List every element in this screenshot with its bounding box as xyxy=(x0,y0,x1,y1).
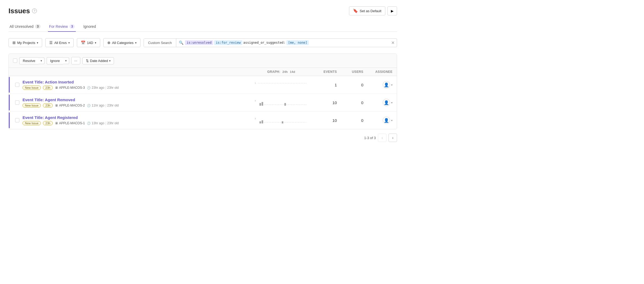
users-value: 0 xyxy=(337,83,363,87)
ignore-arrow[interactable]: ▾ xyxy=(63,57,69,64)
resolve-button[interactable]: Resolve xyxy=(19,57,38,64)
bookmark-icon: 🔖 xyxy=(353,8,358,13)
set-default-label: Set as Default xyxy=(360,9,381,13)
table-row[interactable]: Event Title: Action Inserted New Issue 2… xyxy=(9,76,397,94)
tab-all-unresolved-badge: 3 xyxy=(35,24,41,29)
search-icon: 🔍 xyxy=(179,41,183,45)
graph-cell: 4 xyxy=(252,98,310,107)
table-row[interactable]: Event Title: Agent Removed New Issue 23h… xyxy=(9,94,397,112)
more-options-button[interactable]: ··· xyxy=(71,57,80,64)
clock-icon: 🕐 xyxy=(87,86,91,90)
token-is-for-review: is:for_review xyxy=(214,40,242,45)
tab-all-unresolved[interactable]: All Unresolved 3 xyxy=(8,22,42,32)
events-value: 10 xyxy=(310,118,337,123)
platform-label: 🖥 APPLE-MACOS-3 xyxy=(55,86,85,90)
search-input-area[interactable]: 🔍 is:unresolved is:for_review assigned_o… xyxy=(176,39,389,47)
filter-my-projects[interactable]: ⊞ My Projects ▾ xyxy=(8,38,42,47)
tab-for-review-label: For Review xyxy=(49,24,68,29)
issue-title[interactable]: Event Title: Agent Registered xyxy=(23,115,252,120)
layers-icon: ⊗ xyxy=(107,41,111,45)
svg-rect-12 xyxy=(282,121,283,123)
env-icon: ☰ xyxy=(49,41,53,45)
events-value: 10 xyxy=(310,100,337,105)
assignee-chevron-icon[interactable]: ▾ xyxy=(391,101,392,104)
resolve-arrow[interactable]: ▾ xyxy=(38,57,45,64)
filter-all-envs[interactable]: ☰ All Envs ▾ xyxy=(45,38,74,47)
tab-for-review[interactable]: For Review 3 xyxy=(48,22,76,32)
svg-rect-3 xyxy=(259,103,261,106)
svg-rect-6 xyxy=(284,103,286,106)
help-icon[interactable]: ? xyxy=(32,8,37,13)
time-badge: 23h xyxy=(43,121,52,125)
play-button[interactable]: ▶ xyxy=(387,6,397,15)
tab-ignored[interactable]: Ignored xyxy=(82,22,97,32)
graph-cell: 3 xyxy=(252,116,310,125)
token-assigned-text: assigned_or_suggested: xyxy=(243,41,285,45)
filter-14d[interactable]: 📅 14D ▾ xyxy=(77,38,100,47)
custom-search-container: Custom Search 🔍 is:unresolved is:for_rev… xyxy=(144,38,397,47)
graph-cell: 1 xyxy=(252,81,310,89)
assignee-cell: 👤 ▾ xyxy=(363,81,392,88)
clear-search-button[interactable]: ✕ xyxy=(389,39,397,47)
assignee-chevron-icon[interactable]: ▾ xyxy=(391,83,392,86)
time-badge: 23h xyxy=(43,86,52,90)
select-all-checkbox[interactable] xyxy=(13,59,17,63)
set-default-button[interactable]: 🔖 Set as Default xyxy=(349,6,385,15)
clock-icon: 🕐 xyxy=(87,122,91,125)
clock-icon: 🕐 xyxy=(87,104,91,107)
row-indicator xyxy=(9,95,10,110)
row-checkbox[interactable] xyxy=(15,118,19,122)
users-value: 0 xyxy=(337,100,363,105)
sort-icon: ⇅ xyxy=(86,59,89,63)
table-row[interactable]: Event Title: Agent Registered New Issue … xyxy=(9,112,397,129)
assignee-chevron-icon[interactable]: ▾ xyxy=(391,119,392,122)
chevron-down-icon: ▾ xyxy=(95,41,96,44)
page-title: Issues xyxy=(8,7,30,15)
prev-page-button[interactable]: ‹ xyxy=(378,134,386,142)
svg-rect-10 xyxy=(262,120,263,123)
assignee-avatar[interactable]: 👤 xyxy=(383,99,390,106)
assignee-column-header: ASSIGNEE xyxy=(363,70,392,74)
table-toolbar: Resolve ▾ Ignore ▾ ··· ⇅ Date Added ▾ xyxy=(9,54,397,68)
ignore-button[interactable]: Ignore xyxy=(47,57,63,64)
pagination: 1-3 of 3 ‹ › xyxy=(8,129,397,146)
assignee-avatar[interactable]: 👤 xyxy=(383,81,390,88)
projects-icon: ⊞ xyxy=(12,41,16,45)
time-badge: 23h xyxy=(43,103,52,108)
row-checkbox[interactable] xyxy=(15,100,19,105)
platform-label: 🖥 APPLE-MACOS-2 xyxy=(55,104,85,107)
issue-title[interactable]: Event Title: Action Inserted xyxy=(23,80,252,84)
sort-label: Date Added xyxy=(90,59,108,63)
search-tokens: is:unresolved is:for_review assigned_or_… xyxy=(185,40,386,45)
issues-table: Resolve ▾ Ignore ▾ ··· ⇅ Date Added ▾ GR… xyxy=(8,54,397,129)
graph-24h-label: 24h xyxy=(283,70,288,73)
assignee-cell: 👤 ▾ xyxy=(363,99,392,106)
ignore-dropdown: Ignore ▾ xyxy=(47,57,69,64)
new-issue-badge: New Issue xyxy=(23,86,41,90)
chevron-down-icon: ▾ xyxy=(135,41,136,44)
graph-14d-label: 14d xyxy=(290,70,295,73)
custom-search-label: Custom Search xyxy=(144,39,177,47)
issue-title[interactable]: Event Title: Agent Removed xyxy=(23,97,252,102)
svg-text:1: 1 xyxy=(255,82,256,84)
tab-for-review-badge: 3 xyxy=(69,24,75,29)
assignee-avatar[interactable]: 👤 xyxy=(383,117,390,124)
issue-time: 🕐 13hr ago | 23hr old xyxy=(87,121,119,125)
filter-all-categories[interactable]: ⊗ All Categories ▾ xyxy=(103,38,140,47)
chevron-down-icon: ▾ xyxy=(109,59,111,62)
platform-icon: 🖥 xyxy=(55,104,58,107)
platform-label: 🖥 APPLE-MACOS-1 xyxy=(55,121,85,125)
events-column-header: EVENTS xyxy=(310,70,337,74)
next-page-button[interactable]: › xyxy=(389,134,397,142)
sort-button[interactable]: ⇅ Date Added ▾ xyxy=(82,57,114,64)
row-checkbox[interactable] xyxy=(15,83,19,87)
chevron-down-icon: ▾ xyxy=(37,41,38,44)
issue-meta: New Issue 23h 🖥 APPLE-MACOS-2 🕐 11hr ago… xyxy=(23,103,252,108)
row-indicator xyxy=(9,112,10,128)
graph-label: GRAPH: xyxy=(267,70,280,74)
platform-icon: 🖥 xyxy=(55,121,58,125)
pagination-label: 1-3 of 3 xyxy=(364,136,376,140)
tab-all-unresolved-label: All Unresolved xyxy=(10,24,33,29)
chevron-down-icon: ▾ xyxy=(68,41,70,44)
calendar-icon: 📅 xyxy=(81,41,85,45)
